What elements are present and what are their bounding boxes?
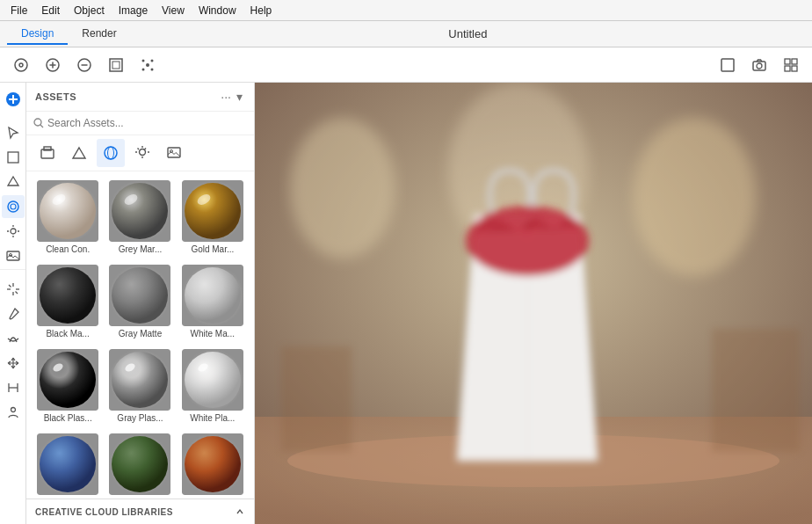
material-item[interactable]: Black Plas...	[33, 346, 102, 426]
image-tool[interactable]	[2, 244, 25, 267]
svg-line-46	[40, 125, 43, 127]
left-toolbar	[0, 83, 26, 524]
svg-rect-24	[8, 152, 18, 163]
menu-bar: FileEditObjectImageViewWindowHelp	[0, 0, 812, 21]
svg-marker-49	[73, 148, 85, 158]
menu-item-image[interactable]: Image	[112, 3, 155, 18]
svg-rect-19	[785, 66, 790, 71]
move-tool[interactable]	[2, 352, 25, 375]
grid-icon[interactable]	[777, 51, 805, 79]
svg-point-104	[290, 118, 395, 258]
svg-rect-111	[712, 329, 800, 452]
light-tool[interactable]	[2, 220, 25, 243]
material-item[interactable]: Grey Mar...	[105, 177, 174, 258]
eyedropper-tool[interactable]	[2, 302, 25, 325]
material-item[interactable]: Gray Matte	[105, 261, 174, 342]
material-label: Black Plas...	[37, 413, 98, 423]
creative-cloud-footer[interactable]: CREATIVE CLOUD LIBRARIES	[26, 499, 254, 524]
scatter-icon[interactable]	[134, 51, 162, 79]
measure-tool[interactable]	[2, 376, 25, 399]
svg-point-71	[185, 183, 241, 239]
svg-point-96	[40, 436, 96, 492]
svg-point-63	[40, 183, 96, 239]
material-label: Gray Plas...	[109, 413, 170, 423]
light-category[interactable]	[128, 139, 156, 167]
canvas-area[interactable]	[255, 83, 812, 524]
svg-point-11	[151, 59, 154, 62]
material-item[interactable]: Clean Con.	[33, 177, 102, 258]
material-tool[interactable]	[2, 195, 25, 218]
menu-item-object[interactable]: Object	[67, 3, 112, 18]
material-item[interactable]: Orange M...	[178, 430, 247, 499]
material-item[interactable]: Gold Mar...	[178, 177, 247, 258]
svg-point-10	[142, 59, 145, 62]
menu-item-window[interactable]: Window	[192, 3, 243, 18]
select-tool[interactable]	[2, 121, 25, 144]
shape-tool[interactable]	[2, 171, 25, 193]
material-item[interactable]: Gray Plas...	[105, 346, 174, 426]
add-button[interactable]	[2, 88, 25, 111]
search-icon	[33, 118, 44, 128]
svg-line-40	[15, 292, 18, 295]
material-item[interactable]: White Ma...	[178, 261, 247, 342]
svg-point-0	[15, 59, 27, 71]
frame-icon[interactable]	[102, 51, 130, 79]
magic-wand-tool[interactable]	[2, 278, 25, 301]
material-thumbnail	[109, 180, 170, 242]
main-layout: ASSETS ··· ▾	[0, 83, 812, 524]
svg-point-67	[112, 183, 168, 239]
material-category[interactable]	[97, 139, 125, 167]
warp-tool[interactable]	[2, 327, 25, 350]
assets-more-button[interactable]: ···	[218, 90, 234, 104]
search-container	[26, 112, 254, 135]
svg-point-44	[11, 408, 15, 412]
tab-render[interactable]: Render	[68, 24, 130, 45]
svg-point-102	[185, 436, 241, 492]
material-item[interactable]: Green Ma...	[105, 430, 174, 499]
material-thumbnail	[109, 433, 170, 495]
svg-line-57	[138, 149, 140, 150]
image-category[interactable]	[160, 139, 188, 167]
shape-category[interactable]	[65, 139, 93, 167]
material-item[interactable]: Black Ma...	[33, 261, 102, 342]
menu-item-file[interactable]: File	[4, 3, 34, 18]
svg-rect-14	[721, 59, 734, 71]
menu-item-view[interactable]: View	[155, 3, 192, 18]
select-icon[interactable]	[7, 51, 35, 79]
material-item[interactable]: White Pla...	[178, 346, 247, 426]
svg-point-51	[108, 147, 114, 159]
zoom-in-icon[interactable]	[39, 51, 67, 79]
material-item[interactable]: Blue Matte	[33, 430, 102, 499]
material-label: White Pla...	[182, 413, 243, 423]
material-thumbnail	[37, 180, 98, 242]
tab-bar: Design Render Untitled	[0, 21, 812, 47]
scene-tool[interactable]	[2, 146, 25, 169]
svg-marker-25	[8, 177, 18, 186]
menu-item-help[interactable]: Help	[243, 3, 279, 18]
assets-header: ASSETS ··· ▾	[26, 83, 254, 112]
svg-point-106	[633, 118, 756, 276]
tab-design[interactable]: Design	[7, 24, 68, 45]
zoom-out-icon[interactable]	[70, 51, 98, 79]
material-thumbnail	[109, 265, 170, 326]
search-input[interactable]	[47, 117, 247, 129]
cc-libraries-label: CREATIVE CLOUD LIBRARIES	[35, 507, 173, 517]
fullscreen-icon[interactable]	[714, 51, 742, 79]
person-tool[interactable]	[2, 401, 25, 424]
camera-icon[interactable]	[745, 51, 773, 79]
material-thumbnail	[109, 349, 170, 411]
scene-background	[255, 83, 812, 524]
document-title: Untitled	[131, 27, 805, 40]
material-label: Gray Matte	[109, 329, 170, 338]
assets-dropdown-button[interactable]: ▾	[234, 90, 245, 104]
material-label: Grey Mar...	[109, 244, 170, 254]
svg-rect-7	[110, 59, 122, 71]
svg-point-84	[40, 352, 96, 408]
svg-point-13	[151, 68, 154, 70]
svg-rect-20	[792, 66, 797, 71]
svg-line-39	[9, 285, 11, 287]
svg-point-78	[112, 267, 168, 324]
menu-item-edit[interactable]: Edit	[34, 3, 67, 18]
svg-point-88	[112, 352, 168, 408]
scene-category[interactable]	[33, 139, 62, 167]
